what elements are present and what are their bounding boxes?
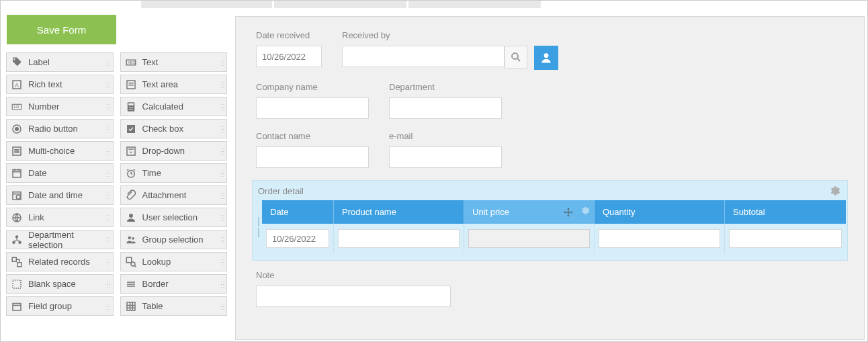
field-radio[interactable]: Radio button: :: : (6, 119, 114, 138)
received-by-input[interactable] (342, 46, 505, 67)
company-name-group[interactable]: Company name (256, 82, 369, 119)
field-calculated[interactable]: Calculated: :: : (120, 97, 228, 116)
field-checkbox[interactable]: Check box: :: : (120, 119, 228, 138)
field-text[interactable]: ABC Text: :: : (120, 52, 228, 72)
cell-subtotal-input[interactable] (729, 229, 842, 248)
cell-unit-price-input[interactable] (468, 229, 590, 248)
paperclip-icon (124, 188, 138, 203)
search-button[interactable] (505, 46, 527, 69)
email-group[interactable]: e-mail (389, 131, 502, 168)
number-icon: 123 (9, 99, 24, 114)
svg-line-62 (517, 58, 520, 61)
company-name-input[interactable] (256, 97, 369, 119)
field-attachment[interactable]: Attachment: :: : (120, 185, 228, 205)
text-icon: ABC (124, 55, 138, 70)
field-multichoice[interactable]: Multi-choice: :: : (6, 141, 114, 161)
th-date[interactable]: Date (262, 200, 334, 224)
field-number[interactable]: 123 Number: :: : (6, 97, 114, 116)
cell-product-input[interactable] (338, 229, 460, 248)
note-input[interactable] (256, 286, 451, 307)
order-detail-table[interactable]: Order detail Date Product name Unit pric… (252, 180, 848, 261)
received-by-group[interactable]: Received by (342, 30, 558, 70)
field-related-records[interactable]: Related records: :: : (6, 252, 114, 271)
th-unit-price[interactable]: Unit price (464, 200, 595, 224)
calendar-icon (9, 166, 24, 181)
grip-icon: : :: : (220, 304, 224, 309)
field-blank-space[interactable]: Blank space: :: : (6, 274, 114, 294)
datetime-icon (9, 188, 24, 203)
search-icon (510, 51, 522, 63)
tab-3[interactable] (408, 1, 541, 8)
department-group[interactable]: Department (389, 82, 502, 119)
field-label[interactable]: Label: :: : (6, 52, 114, 72)
tab-1[interactable] (141, 1, 272, 8)
move-icon[interactable] (563, 207, 574, 218)
grip-icon: : :: : (220, 126, 224, 132)
date-received-group[interactable]: Date received (256, 30, 322, 70)
date-received-label: Date received (256, 30, 322, 40)
svg-point-37 (16, 195, 20, 199)
note-group[interactable]: Note (256, 270, 824, 307)
clock-icon (124, 166, 138, 181)
gear-icon[interactable] (828, 185, 840, 197)
svg-point-44 (132, 237, 134, 239)
related-icon (9, 255, 24, 269)
person-picker-button[interactable] (534, 46, 558, 70)
field-textarea[interactable]: Text area: :: : (120, 75, 228, 94)
tab-2[interactable] (274, 1, 406, 8)
grip-icon: : :: : (107, 259, 110, 265)
grip-icon: : :: : (220, 104, 224, 110)
email-input[interactable] (389, 146, 502, 168)
field-group-selection[interactable]: Group selection: :: : (120, 230, 228, 249)
svg-rect-10 (128, 103, 134, 105)
field-datetime[interactable]: Date and time: :: : (6, 185, 114, 205)
td-product-name (334, 224, 464, 253)
grip-icon: : :: : (107, 304, 110, 309)
field-date[interactable]: Date: :: : (6, 163, 114, 183)
field-table[interactable]: Table: :: : (120, 296, 228, 316)
field-rich-text[interactable]: A Rich text: :: : (6, 75, 114, 94)
svg-rect-19 (127, 125, 135, 133)
contact-name-group[interactable]: Contact name (256, 131, 369, 168)
tab-bar (1, 1, 867, 8)
department-input[interactable] (389, 97, 502, 119)
th-quantity[interactable]: Quantity (595, 200, 725, 224)
calculator-icon (124, 99, 138, 114)
field-department-selection[interactable]: Department selection: :: : (6, 230, 114, 249)
cell-quantity-input[interactable] (599, 229, 720, 248)
radio-icon (9, 122, 24, 136)
svg-point-12 (130, 107, 132, 108)
lookup-icon (124, 255, 138, 269)
gear-icon[interactable] (580, 206, 590, 216)
svg-point-18 (15, 127, 19, 130)
rich-text-icon: A (9, 77, 24, 92)
grip-icon: : :: : (220, 193, 224, 198)
grip-icon: : :: : (220, 237, 224, 243)
field-link[interactable]: Link: :: : (6, 208, 114, 227)
tab-active[interactable] (1, 1, 139, 8)
save-form-button[interactable]: Save Form (7, 15, 116, 44)
svg-text:A: A (15, 81, 19, 88)
date-received-input[interactable] (256, 46, 322, 67)
field-field-group[interactable]: Field group: :: : (6, 296, 114, 316)
svg-point-15 (130, 109, 132, 110)
cell-date-input[interactable] (266, 229, 329, 248)
svg-rect-56 (127, 302, 135, 310)
field-lookup[interactable]: Lookup: :: : (120, 252, 228, 271)
field-border[interactable]: Border: :: : (120, 274, 228, 294)
grip-icon: : :: : (220, 259, 224, 265)
form-canvas: Date received Received by (235, 16, 865, 340)
td-quantity (595, 224, 725, 253)
td-unit-price (464, 224, 595, 253)
contact-name-input[interactable] (256, 146, 369, 168)
tag-icon (9, 55, 24, 70)
th-subtotal[interactable]: Subtotal (725, 200, 846, 224)
th-product-name[interactable]: Product name (334, 200, 464, 224)
svg-point-11 (129, 107, 130, 108)
grip-icon: : :: : (107, 148, 110, 154)
field-dropdown[interactable]: Drop-down: :: : (120, 141, 228, 161)
svg-point-14 (129, 109, 130, 110)
field-time[interactable]: Time: :: : (120, 163, 228, 183)
field-user-selection[interactable]: User selection: :: : (120, 208, 228, 227)
svg-rect-24 (127, 147, 135, 155)
